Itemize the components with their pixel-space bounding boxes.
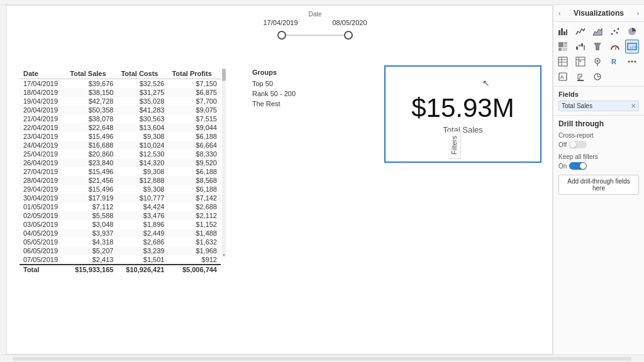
total-profits: $5,006,744 — [168, 265, 221, 274]
viz-icon-paint[interactable] — [574, 70, 587, 84]
fields-tag-remove[interactable]: ✕ — [631, 102, 636, 109]
table-row: 02/05/2019$5,588$3,476$2,112 — [19, 211, 221, 220]
date-start: 17/04/2019 — [263, 19, 297, 26]
h-scroll-track[interactable] — [13, 357, 631, 361]
svg-text:R: R — [611, 58, 616, 65]
viz-icon-format[interactable]: A — [556, 70, 570, 84]
add-drill-through-button[interactable]: Add drill-through fields here — [558, 175, 639, 195]
canvas-area: Date 17/04/2019 08/05/2020 Date — [6, 5, 553, 354]
kpi-cursor-icon: ↖ — [482, 78, 490, 88]
viz-collapse-right[interactable]: › — [637, 10, 639, 17]
date-slicer-track[interactable] — [246, 29, 384, 41]
viz-collapse-left[interactable]: ‹ — [558, 10, 560, 17]
viz-icon-more[interactable] — [625, 55, 639, 69]
svg-rect-17 — [581, 43, 583, 47]
fields-tag: Total Sales ✕ — [558, 101, 639, 111]
date-handle-right[interactable] — [344, 31, 353, 40]
col-total-sales: Total Sales — [66, 69, 117, 79]
total-sales: $15,933,165 — [66, 265, 117, 274]
svg-point-32 — [597, 60, 599, 62]
viz-icon-table[interactable] — [556, 55, 570, 69]
group-item-1[interactable]: Top 50 — [252, 79, 334, 89]
data-table-container: Date Total Sales Total Costs Total Profi… — [19, 69, 221, 274]
keep-filters-knob — [580, 163, 586, 169]
kpi-card[interactable]: ↖ $15.93M Total Sales — [384, 65, 541, 163]
viz-icon-grid: 123 R A — [553, 22, 644, 87]
date-end: 08/05/2020 — [332, 19, 367, 26]
svg-point-8 — [617, 28, 619, 30]
svg-text:123: 123 — [630, 45, 636, 49]
viz-title: Visualizations — [574, 9, 624, 18]
date-slicer-label: Date — [246, 11, 384, 18]
scroll-down-arrow[interactable]: ▼ — [222, 253, 226, 257]
svg-rect-0 — [558, 30, 560, 35]
table-row: 07/05/2019$2,413$1,501$912 — [19, 255, 221, 265]
table-row: 21/04/2019$38,078$30,563$7,515 — [19, 114, 221, 123]
viz-icon-r-script[interactable]: R — [608, 55, 622, 69]
viz-icon-area[interactable] — [591, 25, 604, 38]
svg-rect-3 — [566, 30, 567, 35]
svg-marker-4 — [593, 28, 602, 35]
viz-icon-treemap[interactable] — [556, 40, 570, 53]
date-slicer[interactable]: Date 17/04/2019 08/05/2020 — [246, 11, 384, 41]
table-scrollbar[interactable]: ▲ ▼ — [222, 69, 226, 257]
viz-icon-waterfall[interactable] — [574, 40, 587, 53]
svg-point-5 — [611, 33, 613, 35]
svg-point-37 — [635, 61, 636, 63]
col-date: Date — [19, 69, 66, 79]
table-row: 19/04/2019$42,728$35,028$7,700 — [19, 97, 221, 106]
keep-filters-toggle[interactable] — [569, 162, 587, 170]
viz-icon-pie[interactable] — [625, 25, 639, 38]
table-row: 01/05/2019$7,112$4,424$2,688 — [19, 202, 221, 211]
table-row: 17/04/2019$39,676$32,526$7,150 — [19, 79, 221, 89]
group-item-2[interactable]: Rank 50 - 200 — [252, 89, 334, 99]
group-item-3[interactable]: The Rest — [252, 99, 334, 109]
keep-filters-toggle-row: On — [558, 162, 639, 170]
svg-marker-19 — [594, 43, 601, 50]
viz-icon-line[interactable] — [574, 25, 587, 38]
table-row: 20/04/2019$50,358$41,283$9,075 — [19, 106, 221, 114]
viz-icon-analytics[interactable] — [591, 70, 604, 84]
drill-through-title: Drill through — [558, 119, 639, 128]
table-row: 28/04/2019$21,456$12,888$8,568 — [19, 176, 221, 185]
viz-icon-card[interactable]: 123 — [625, 40, 639, 53]
svg-text:A: A — [560, 74, 564, 80]
table-row: 05/05/2019$4,318$2,686$1,632 — [19, 238, 221, 246]
data-table: Date Total Sales Total Costs Total Profi… — [19, 69, 221, 274]
viz-icon-scatter[interactable] — [608, 25, 622, 38]
cross-report-knob — [570, 141, 576, 148]
viz-icon-map[interactable] — [591, 55, 604, 69]
viz-header: ‹ Visualizations › — [553, 5, 644, 22]
svg-rect-14 — [562, 48, 567, 51]
date-handle-left[interactable] — [277, 31, 286, 40]
svg-rect-12 — [564, 45, 567, 47]
svg-rect-18 — [584, 45, 585, 50]
svg-rect-30 — [579, 60, 581, 62]
svg-rect-1 — [561, 28, 563, 35]
date-slicer-line — [277, 35, 353, 36]
total-label: Total — [19, 265, 66, 274]
table-row: 23/04/2019$15,496$9,308$6,188 — [19, 132, 221, 141]
table-row: 30/04/2019$17,919$10,777$7,142 — [19, 194, 221, 202]
drill-section: Drill through Cross-report Off Keep all … — [553, 116, 644, 199]
fields-section: Fields Total Sales ✕ — [553, 87, 644, 116]
viz-icon-matrix[interactable] — [574, 55, 587, 69]
table-row: 18/04/2019$38,150$31,275$6,875 — [19, 88, 221, 97]
col-total-costs: Total Costs — [117, 69, 168, 79]
table-row: 06/05/2019$5,207$3,239$1,968 — [19, 246, 221, 255]
keep-filters-state: On — [558, 163, 567, 170]
cross-report-toggle[interactable] — [569, 141, 587, 148]
table-row: 22/04/2019$22,648$13,604$9,044 — [19, 123, 221, 132]
table-row: 29/04/2019$15,496$9,308$6,188 — [19, 185, 221, 194]
top-bar — [0, 0, 644, 5]
cross-report-label: Cross-report — [558, 132, 639, 139]
filters-tab[interactable]: Filters — [448, 131, 461, 159]
date-slicer-dates: 17/04/2019 08/05/2020 — [246, 19, 384, 26]
scroll-thumb[interactable] — [222, 69, 226, 81]
viz-icon-bar[interactable] — [556, 25, 570, 38]
kpi-value: $15.93M — [411, 94, 514, 123]
viz-icon-gauge[interactable] — [608, 40, 622, 53]
table-row: 04/05/2019$3,937$2,449$1,488 — [19, 229, 221, 238]
svg-rect-13 — [558, 48, 562, 51]
viz-icon-funnel[interactable] — [591, 40, 604, 53]
